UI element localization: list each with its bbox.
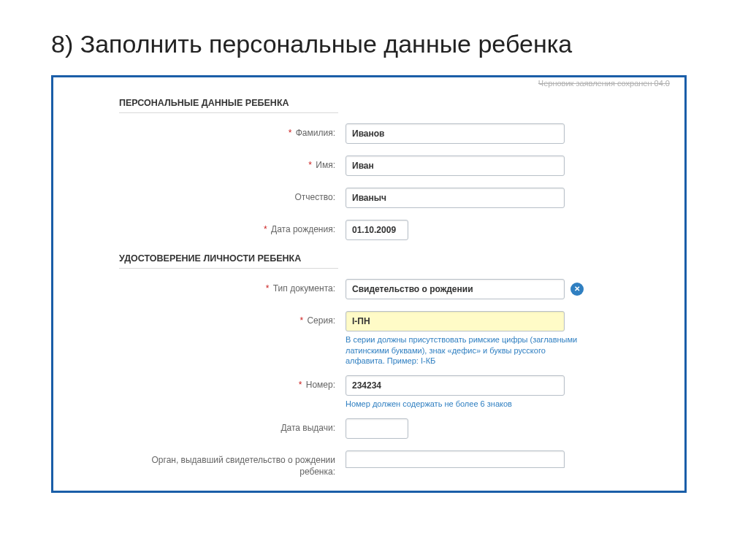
patronymic-input[interactable] (346, 188, 565, 208)
issue-date-label: Дата выдачи: (119, 418, 346, 434)
series-hint: В серии должны присутствовать римские ци… (346, 334, 579, 367)
series-input[interactable] (346, 311, 565, 331)
surname-input[interactable] (346, 123, 565, 144)
issuer-input[interactable] (346, 450, 565, 468)
surname-label: * Фамилия: (119, 123, 346, 139)
series-label: * Серия: (119, 311, 346, 327)
number-label: * Номер: (119, 375, 346, 391)
slide-title: 8) Заполнить персональные данные ребенка (51, 29, 697, 59)
issue-date-input[interactable] (346, 418, 408, 439)
patronymic-label: Отчество: (119, 188, 346, 204)
doc-type-label: * Тип документа: (119, 279, 346, 295)
clear-doc-type-icon[interactable] (570, 283, 584, 296)
number-hint: Номер должен содержать не более 6 знаков (346, 399, 579, 410)
section-personal-heading: ПЕРСОНАЛЬНЫЕ ДАННЫЕ РЕБЕНКА (119, 98, 338, 113)
draft-saved-note: Черновик заявления сохранен 04.0 (538, 79, 670, 88)
section-identity-heading: УДОСТОВЕРЕНИЕ ЛИЧНОСТИ РЕБЕНКА (119, 253, 338, 269)
issuer-label: Орган, выдавший свидетельство о рождении… (119, 450, 346, 477)
name-input[interactable] (346, 156, 565, 176)
form-frame: Черновик заявления сохранен 04.0 ПЕРСОНА… (51, 75, 687, 493)
dob-label: * Дата рождения: (119, 220, 346, 236)
doc-type-select[interactable] (346, 279, 565, 299)
dob-input[interactable] (346, 220, 408, 240)
number-input[interactable] (346, 375, 565, 396)
name-label: * Имя: (119, 156, 346, 172)
